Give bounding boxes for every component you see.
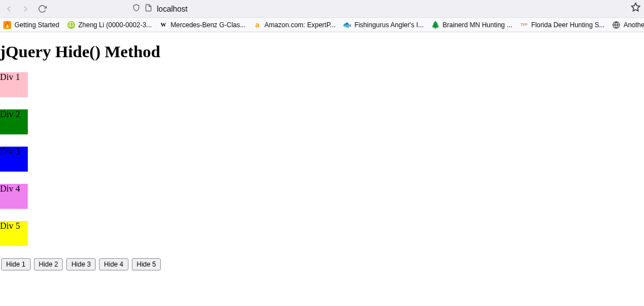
hide-5-button[interactable]: Hide 5 [132,258,161,270]
wikipedia-icon: W [160,21,167,29]
tree-icon: 🌲 [432,21,439,29]
page-icon [145,4,152,13]
back-icon[interactable] [3,3,14,14]
page-heading: jQuery Hide() Method [0,42,644,61]
bookmark-item[interactable]: TFF Florida Deer Hunting S... [520,21,605,29]
bookmark-label: Getting Started [14,21,60,29]
bookmark-label: Florida Deer Hunting S... [531,21,605,29]
div-label: Div 5 [0,221,20,230]
div-5-box: Div 5 [0,221,28,246]
amazon-icon: a [254,21,261,29]
globe-icon [612,21,620,29]
bookmark-item[interactable]: iD Zheng Li (0000-0002-3... [67,21,152,29]
div-2-box: Div 2 [0,109,28,134]
hide-2-button[interactable]: Hide 2 [34,258,63,270]
hide-4-button[interactable]: Hide 4 [99,258,128,270]
nav-buttons [3,3,48,14]
hide-1-button[interactable]: Hide 1 [1,258,31,270]
url-bar[interactable]: localhost [132,4,626,13]
bookmark-label: Another res [623,21,644,29]
bookmarks-bar: 🔥 Getting Started iD Zheng Li (0000-0002… [0,18,644,32]
fish-icon: 🐟 [343,21,351,29]
svg-marker-0 [632,3,640,11]
hide-3-button[interactable]: Hide 3 [66,258,96,270]
forward-icon[interactable] [20,3,31,14]
buttons-row: Hide 1 Hide 2 Hide 3 Hide 4 Hide 5 [0,258,644,270]
bookmark-star-icon[interactable] [631,2,641,15]
div-4-box: Div 4 [0,184,28,209]
bookmark-item[interactable]: a Amazon.com: ExpertP... [254,21,336,29]
tff-icon: TFF [520,21,528,29]
div-1-box: Div 1 [0,72,28,97]
page-content: jQuery Hide() Method Div 1 Div 2 Div 3 D… [0,42,644,270]
bookmark-item[interactable]: 🐟 Fishingurus Angler's I... [343,21,423,29]
div-label: Div 3 [0,147,20,156]
orcid-icon: iD [67,21,75,29]
shield-icon[interactable] [132,4,140,13]
bookmark-label: Fishingurus Angler's I... [354,21,423,29]
bookmark-label: Amazon.com: ExpertP... [265,21,336,29]
firefox-icon: 🔥 [3,21,11,29]
div-label: Div 4 [0,184,20,193]
bookmark-item[interactable]: W Mercedes-Benz G-Clas... [160,21,246,29]
reload-icon[interactable] [37,3,48,14]
div-label: Div 2 [0,109,20,119]
bookmark-item[interactable]: 🔥 Getting Started [3,21,60,29]
browser-toolbar: localhost [0,0,644,18]
url-text: localhost [157,4,187,13]
bookmark-label: Zheng Li (0000-0002-3... [78,21,152,29]
bookmark-item[interactable]: 🌲 Brainerd MN Hunting ... [432,21,512,29]
bookmark-label: Mercedes-Benz G-Clas... [171,21,246,29]
bookmark-label: Brainerd MN Hunting ... [443,21,512,29]
div-label: Div 1 [0,72,20,82]
div-3-box: Div 3 [0,147,28,172]
bookmark-item[interactable]: Another res [612,21,644,29]
